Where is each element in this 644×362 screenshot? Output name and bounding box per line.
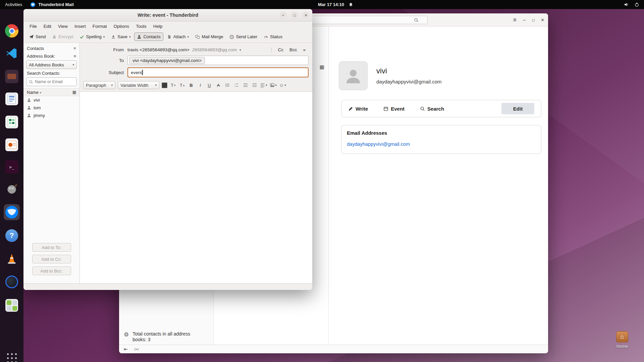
- font-select[interactable]: Variable Width ▾: [118, 81, 159, 89]
- insert-image-button[interactable]: ▾: [270, 81, 277, 89]
- subject-input[interactable]: event: [127, 67, 309, 77]
- from-label: From: [80, 47, 127, 52]
- activities-button[interactable]: Activities: [5, 2, 22, 7]
- maximize-button[interactable]: □: [532, 18, 534, 22]
- contact-list-item[interactable]: jimmy: [23, 112, 79, 119]
- attach-button[interactable]: Attach ▾: [164, 33, 192, 41]
- underline-button[interactable]: U: [206, 81, 213, 89]
- indent-button[interactable]: [251, 81, 258, 89]
- menu-options[interactable]: Options: [110, 22, 133, 30]
- dock-item-impress[interactable]: [4, 137, 20, 153]
- dock-item-vlc[interactable]: [4, 251, 20, 267]
- collapse-pane-button[interactable]: ⇤: [124, 346, 128, 352]
- name-column-header[interactable]: Name ▴ ▦: [23, 88, 79, 96]
- save-button[interactable]: Save ▾: [108, 33, 133, 41]
- menu-view[interactable]: View: [55, 22, 71, 30]
- send-button[interactable]: Send: [26, 33, 48, 41]
- settings-gear-icon[interactable]: ⚙: [124, 331, 129, 338]
- contacts-button[interactable]: Contacts: [134, 33, 163, 41]
- dock-item-music[interactable]: [4, 274, 20, 290]
- spelling-dropdown-caret[interactable]: ▾: [103, 35, 105, 39]
- dock-item-vscode[interactable]: [4, 45, 20, 61]
- dock-item-chrome[interactable]: [4, 23, 20, 39]
- write-action-button[interactable]: Write: [348, 106, 368, 112]
- close-button[interactable]: ×: [541, 17, 544, 23]
- search-action-button[interactable]: Search: [420, 106, 444, 112]
- event-action-button[interactable]: Event: [383, 106, 405, 112]
- column-picker-icon[interactable]: ▦: [72, 90, 76, 95]
- close-button[interactable]: ×: [302, 11, 310, 19]
- dock-item-writer[interactable]: [4, 91, 20, 107]
- menu-help[interactable]: Help: [150, 22, 166, 30]
- dock-show-apps-button[interactable]: [4, 350, 20, 362]
- dock-item-thunderbird[interactable]: [4, 204, 20, 220]
- address-book-select[interactable]: All Address Books ▾: [26, 60, 77, 69]
- contact-detail-pane: vivi daydayhappyvivi@gmail.com Write: [329, 26, 548, 345]
- message-body[interactable]: [80, 92, 312, 283]
- attach-dropdown-caret[interactable]: ▾: [187, 35, 189, 39]
- compose-titlebar: Write: event - Thunderbird − □ ×: [23, 9, 312, 21]
- bullet-list-button[interactable]: [224, 81, 231, 89]
- close-contacts-panel-button[interactable]: ×: [73, 46, 76, 51]
- italic-button[interactable]: I: [197, 81, 204, 89]
- add-to-cc-button[interactable]: Add to Cc:: [32, 255, 71, 263]
- chevron-down-icon: ▾: [275, 83, 277, 87]
- minimize-button[interactable]: −: [279, 11, 287, 19]
- dock-item-software[interactable]: [4, 297, 20, 313]
- encrypt-button[interactable]: Encrypt: [49, 33, 76, 41]
- email-addresses-card: Email Addresses daydayhappyvivi@gmail.co…: [341, 125, 541, 154]
- clock-menu[interactable]: Mar 17 14:10: [318, 2, 353, 7]
- dock-item-terminal[interactable]: >_: [4, 159, 20, 175]
- decrease-font-size-button[interactable]: T▾: [170, 81, 176, 89]
- to-input[interactable]: vivi <daydayhappyvivi@gmail.com>: [127, 56, 309, 65]
- save-dropdown-caret[interactable]: ▾: [129, 35, 131, 39]
- volume-icon: [624, 2, 629, 7]
- numbered-list-button[interactable]: 1.2.: [233, 81, 240, 89]
- outdent-button[interactable]: [242, 81, 249, 89]
- contact-search-box[interactable]: [26, 77, 77, 86]
- add-to-bcc-button[interactable]: Add to Bcc:: [32, 266, 71, 275]
- dock-item-calc[interactable]: [4, 114, 20, 130]
- minimize-button[interactable]: −: [523, 17, 526, 23]
- dock-item-help[interactable]: ?: [4, 228, 20, 244]
- remove-formatting-button[interactable]: A: [215, 81, 222, 89]
- address-book-list-icon[interactable]: ≡: [73, 54, 76, 59]
- menu-tools[interactable]: Tools: [132, 22, 150, 30]
- contact-search-input[interactable]: [35, 79, 74, 84]
- system-status-menu[interactable]: [624, 2, 644, 7]
- menu-insert[interactable]: Insert: [71, 22, 89, 30]
- focused-app-menu[interactable]: Thunderbird Mail: [30, 2, 73, 7]
- bold-button[interactable]: B: [188, 81, 195, 89]
- from-identity-dropdown[interactable]: travis <2658564893@qq.com>: [127, 47, 190, 52]
- recipient-pill[interactable]: vivi <daydayhappyvivi@gmail.com>: [129, 57, 205, 64]
- more-addressing-button[interactable]: »: [300, 46, 309, 53]
- increase-font-size-button[interactable]: T▴: [179, 81, 185, 89]
- insert-smiley-button[interactable]: ☺ ▾: [279, 81, 286, 89]
- app-menu-button[interactable]: ≡: [513, 17, 517, 23]
- add-to-to-button[interactable]: Add to To:: [32, 243, 71, 252]
- chevron-down-icon[interactable]: ▾: [239, 48, 241, 52]
- maximize-button[interactable]: □: [291, 11, 298, 19]
- spelling-button[interactable]: Spelling ▾: [77, 33, 107, 41]
- contact-list-item[interactable]: tom: [23, 104, 79, 112]
- desktop-home-icon[interactable]: ⌂ Home: [615, 331, 629, 349]
- contact-list-item[interactable]: vivi: [23, 96, 79, 104]
- svg-text:1.: 1.: [234, 83, 236, 85]
- alignment-select[interactable]: ▾: [260, 81, 267, 89]
- notification-bell-icon: [348, 2, 353, 7]
- cc-button[interactable]: Cc: [275, 46, 286, 53]
- display-options-icon[interactable]: ▦: [320, 64, 324, 70]
- menu-edit[interactable]: Edit: [40, 22, 55, 30]
- send-later-button[interactable]: Send Later: [227, 33, 260, 41]
- dock-item-files[interactable]: [4, 68, 20, 84]
- status-button[interactable]: Status: [261, 33, 285, 41]
- contact-email-link[interactable]: daydayhappyvivi@gmail.com: [347, 141, 410, 147]
- text-color-swatch[interactable]: [162, 82, 167, 88]
- edit-contact-button[interactable]: Edit: [501, 103, 534, 114]
- dock-item-gimp[interactable]: [4, 181, 20, 197]
- mail-merge-button[interactable]: Mail Merge: [193, 33, 226, 41]
- menu-file[interactable]: File: [26, 22, 40, 30]
- menu-format[interactable]: Format: [89, 22, 110, 30]
- paragraph-style-select[interactable]: Paragraph ▾: [83, 81, 115, 89]
- bcc-button[interactable]: Bcc: [286, 46, 300, 53]
